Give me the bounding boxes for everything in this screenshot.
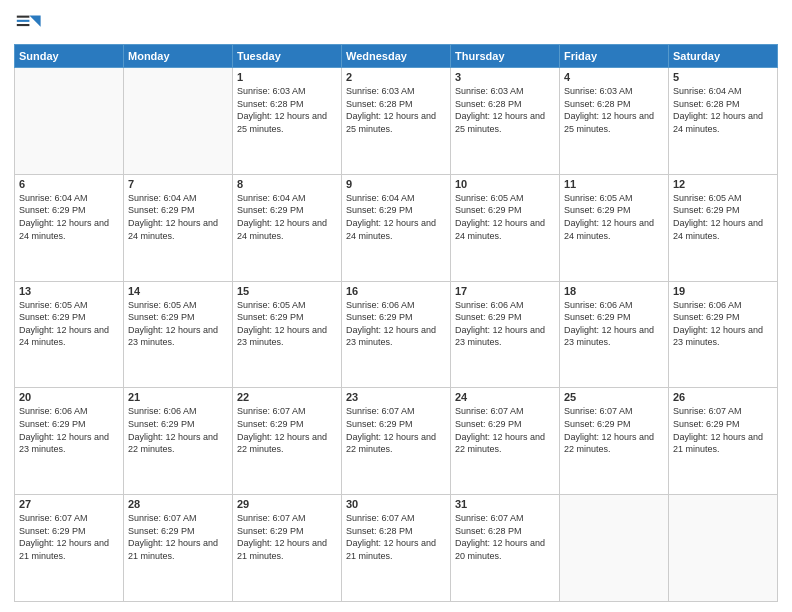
svg-rect-4 — [17, 24, 30, 26]
day-info: Sunrise: 6:05 AM Sunset: 6:29 PM Dayligh… — [128, 299, 228, 349]
day-cell: 9Sunrise: 6:04 AM Sunset: 6:29 PM Daylig… — [342, 174, 451, 281]
day-info: Sunrise: 6:05 AM Sunset: 6:29 PM Dayligh… — [455, 192, 555, 242]
day-cell: 13Sunrise: 6:05 AM Sunset: 6:29 PM Dayli… — [15, 281, 124, 388]
day-number: 3 — [455, 71, 555, 83]
day-cell — [669, 495, 778, 602]
day-cell: 8Sunrise: 6:04 AM Sunset: 6:29 PM Daylig… — [233, 174, 342, 281]
weekday-thursday: Thursday — [451, 45, 560, 68]
weekday-sunday: Sunday — [15, 45, 124, 68]
week-row-2: 13Sunrise: 6:05 AM Sunset: 6:29 PM Dayli… — [15, 281, 778, 388]
day-info: Sunrise: 6:06 AM Sunset: 6:29 PM Dayligh… — [673, 299, 773, 349]
day-cell: 18Sunrise: 6:06 AM Sunset: 6:29 PM Dayli… — [560, 281, 669, 388]
day-number: 22 — [237, 391, 337, 403]
day-cell: 10Sunrise: 6:05 AM Sunset: 6:29 PM Dayli… — [451, 174, 560, 281]
day-info: Sunrise: 6:03 AM Sunset: 6:28 PM Dayligh… — [564, 85, 664, 135]
day-cell: 19Sunrise: 6:06 AM Sunset: 6:29 PM Dayli… — [669, 281, 778, 388]
day-number: 4 — [564, 71, 664, 83]
day-cell — [124, 68, 233, 175]
week-row-3: 20Sunrise: 6:06 AM Sunset: 6:29 PM Dayli… — [15, 388, 778, 495]
weekday-saturday: Saturday — [669, 45, 778, 68]
day-number: 25 — [564, 391, 664, 403]
day-number: 8 — [237, 178, 337, 190]
calendar-table: SundayMondayTuesdayWednesdayThursdayFrid… — [14, 44, 778, 602]
day-number: 29 — [237, 498, 337, 510]
day-info: Sunrise: 6:06 AM Sunset: 6:29 PM Dayligh… — [455, 299, 555, 349]
day-cell: 17Sunrise: 6:06 AM Sunset: 6:29 PM Dayli… — [451, 281, 560, 388]
day-cell: 29Sunrise: 6:07 AM Sunset: 6:29 PM Dayli… — [233, 495, 342, 602]
day-info: Sunrise: 6:04 AM Sunset: 6:28 PM Dayligh… — [673, 85, 773, 135]
day-info: Sunrise: 6:07 AM Sunset: 6:29 PM Dayligh… — [673, 405, 773, 455]
day-cell: 12Sunrise: 6:05 AM Sunset: 6:29 PM Dayli… — [669, 174, 778, 281]
day-info: Sunrise: 6:05 AM Sunset: 6:29 PM Dayligh… — [237, 299, 337, 349]
day-number: 13 — [19, 285, 119, 297]
day-cell: 21Sunrise: 6:06 AM Sunset: 6:29 PM Dayli… — [124, 388, 233, 495]
day-number: 20 — [19, 391, 119, 403]
day-cell: 14Sunrise: 6:05 AM Sunset: 6:29 PM Dayli… — [124, 281, 233, 388]
day-info: Sunrise: 6:04 AM Sunset: 6:29 PM Dayligh… — [19, 192, 119, 242]
day-number: 17 — [455, 285, 555, 297]
day-cell: 4Sunrise: 6:03 AM Sunset: 6:28 PM Daylig… — [560, 68, 669, 175]
day-info: Sunrise: 6:07 AM Sunset: 6:29 PM Dayligh… — [237, 405, 337, 455]
day-cell: 16Sunrise: 6:06 AM Sunset: 6:29 PM Dayli… — [342, 281, 451, 388]
day-info: Sunrise: 6:04 AM Sunset: 6:29 PM Dayligh… — [237, 192, 337, 242]
day-info: Sunrise: 6:04 AM Sunset: 6:29 PM Dayligh… — [128, 192, 228, 242]
page: SundayMondayTuesdayWednesdayThursdayFrid… — [0, 0, 792, 612]
svg-rect-3 — [17, 20, 30, 22]
week-row-4: 27Sunrise: 6:07 AM Sunset: 6:29 PM Dayli… — [15, 495, 778, 602]
day-number: 14 — [128, 285, 228, 297]
day-number: 27 — [19, 498, 119, 510]
day-info: Sunrise: 6:07 AM Sunset: 6:29 PM Dayligh… — [128, 512, 228, 562]
day-number: 19 — [673, 285, 773, 297]
day-cell: 5Sunrise: 6:04 AM Sunset: 6:28 PM Daylig… — [669, 68, 778, 175]
logo-icon — [14, 10, 42, 38]
day-info: Sunrise: 6:07 AM Sunset: 6:28 PM Dayligh… — [346, 512, 446, 562]
day-cell: 26Sunrise: 6:07 AM Sunset: 6:29 PM Dayli… — [669, 388, 778, 495]
day-cell: 15Sunrise: 6:05 AM Sunset: 6:29 PM Dayli… — [233, 281, 342, 388]
day-number: 10 — [455, 178, 555, 190]
day-number: 15 — [237, 285, 337, 297]
day-info: Sunrise: 6:06 AM Sunset: 6:29 PM Dayligh… — [128, 405, 228, 455]
day-number: 9 — [346, 178, 446, 190]
day-info: Sunrise: 6:05 AM Sunset: 6:29 PM Dayligh… — [564, 192, 664, 242]
day-number: 11 — [564, 178, 664, 190]
day-number: 12 — [673, 178, 773, 190]
day-info: Sunrise: 6:06 AM Sunset: 6:29 PM Dayligh… — [564, 299, 664, 349]
day-number: 18 — [564, 285, 664, 297]
day-cell — [15, 68, 124, 175]
day-number: 6 — [19, 178, 119, 190]
day-info: Sunrise: 6:03 AM Sunset: 6:28 PM Dayligh… — [346, 85, 446, 135]
day-info: Sunrise: 6:07 AM Sunset: 6:29 PM Dayligh… — [19, 512, 119, 562]
day-info: Sunrise: 6:06 AM Sunset: 6:29 PM Dayligh… — [346, 299, 446, 349]
day-cell: 3Sunrise: 6:03 AM Sunset: 6:28 PM Daylig… — [451, 68, 560, 175]
day-info: Sunrise: 6:05 AM Sunset: 6:29 PM Dayligh… — [673, 192, 773, 242]
day-number: 23 — [346, 391, 446, 403]
day-cell: 30Sunrise: 6:07 AM Sunset: 6:28 PM Dayli… — [342, 495, 451, 602]
day-cell: 6Sunrise: 6:04 AM Sunset: 6:29 PM Daylig… — [15, 174, 124, 281]
weekday-friday: Friday — [560, 45, 669, 68]
day-info: Sunrise: 6:07 AM Sunset: 6:29 PM Dayligh… — [346, 405, 446, 455]
day-number: 26 — [673, 391, 773, 403]
day-number: 16 — [346, 285, 446, 297]
day-cell: 22Sunrise: 6:07 AM Sunset: 6:29 PM Dayli… — [233, 388, 342, 495]
weekday-wednesday: Wednesday — [342, 45, 451, 68]
day-number: 7 — [128, 178, 228, 190]
week-row-1: 6Sunrise: 6:04 AM Sunset: 6:29 PM Daylig… — [15, 174, 778, 281]
day-info: Sunrise: 6:05 AM Sunset: 6:29 PM Dayligh… — [19, 299, 119, 349]
day-info: Sunrise: 6:03 AM Sunset: 6:28 PM Dayligh… — [237, 85, 337, 135]
day-cell: 25Sunrise: 6:07 AM Sunset: 6:29 PM Dayli… — [560, 388, 669, 495]
day-number: 30 — [346, 498, 446, 510]
weekday-monday: Monday — [124, 45, 233, 68]
day-number: 5 — [673, 71, 773, 83]
day-cell: 28Sunrise: 6:07 AM Sunset: 6:29 PM Dayli… — [124, 495, 233, 602]
day-number: 2 — [346, 71, 446, 83]
week-row-0: 1Sunrise: 6:03 AM Sunset: 6:28 PM Daylig… — [15, 68, 778, 175]
day-info: Sunrise: 6:06 AM Sunset: 6:29 PM Dayligh… — [19, 405, 119, 455]
day-cell: 20Sunrise: 6:06 AM Sunset: 6:29 PM Dayli… — [15, 388, 124, 495]
day-cell: 27Sunrise: 6:07 AM Sunset: 6:29 PM Dayli… — [15, 495, 124, 602]
day-info: Sunrise: 6:07 AM Sunset: 6:29 PM Dayligh… — [564, 405, 664, 455]
day-number: 21 — [128, 391, 228, 403]
day-cell: 31Sunrise: 6:07 AM Sunset: 6:28 PM Dayli… — [451, 495, 560, 602]
day-cell: 23Sunrise: 6:07 AM Sunset: 6:29 PM Dayli… — [342, 388, 451, 495]
day-cell: 7Sunrise: 6:04 AM Sunset: 6:29 PM Daylig… — [124, 174, 233, 281]
day-info: Sunrise: 6:07 AM Sunset: 6:29 PM Dayligh… — [237, 512, 337, 562]
